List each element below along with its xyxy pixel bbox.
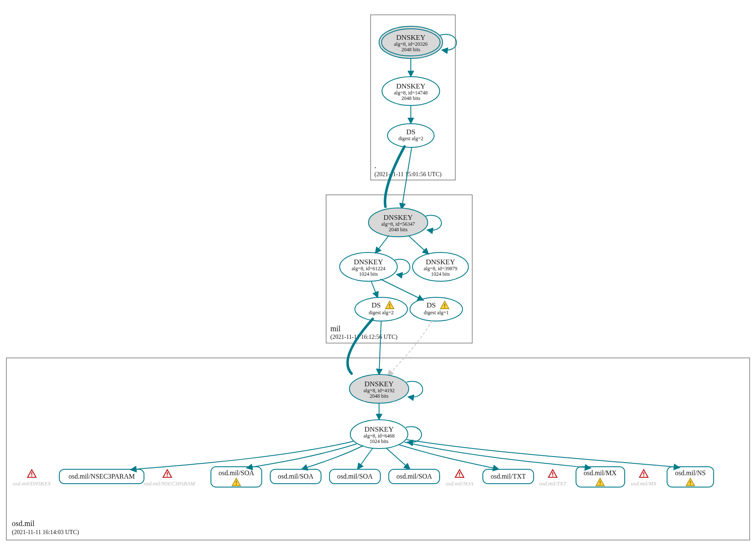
rr-mx: osd.mil/MX [576, 467, 625, 487]
ghost-txt: osd.mil/TXT [539, 470, 567, 487]
edge-rr-soa2 [302, 446, 363, 469]
ghost-nsec3param: osd.mil/NSEC3PARAM [144, 470, 196, 487]
zone-osd-name: osd.mil [12, 519, 35, 528]
svg-text:osd.mil/SOA: osd.mil/SOA [219, 469, 254, 476]
node-mil-ds-r: DS digest alg=1 [410, 297, 462, 321]
node-mil-ksk: DNSKEY alg=8, id=56347 2048 bits [368, 208, 428, 237]
svg-text:1024 bits: 1024 bits [431, 271, 450, 277]
svg-text:digest alg=2: digest alg=2 [368, 310, 393, 316]
svg-text:alg=8, id=20326: alg=8, id=20326 [394, 41, 428, 47]
edge-mil-ksk-zskR [408, 235, 429, 254]
ghost-soa: osd.mil/SOA [446, 470, 473, 487]
node-root-ksk: DNSKEY alg=8, id=20326 2048 bits [379, 26, 443, 58]
rr-soa-4: osd.mil/SOA [389, 469, 440, 484]
edge-mil-ksk-zskL [375, 235, 389, 253]
node-osd-ksk: DNSKEY alg=8, id=4192 2048 bits [349, 374, 409, 403]
node-root-zsk: DNSKEY alg=8, id=14748 2048 bits [382, 77, 440, 105]
svg-text:DNSKEY: DNSKEY [426, 258, 455, 266]
svg-text:alg=8, id=61224: alg=8, id=61224 [352, 266, 385, 271]
edge-rr-soa3 [357, 448, 373, 469]
zone-root-name: . [374, 161, 377, 170]
svg-text:DS: DS [426, 301, 436, 309]
svg-text:osd.mil/MX: osd.mil/MX [631, 480, 657, 487]
edge-root-ds-mil [402, 147, 412, 209]
svg-text:osd.mil/NSEC3PARAM: osd.mil/NSEC3PARAM [144, 480, 196, 487]
svg-text:osd.mil/DNSKEY: osd.mil/DNSKEY [13, 480, 52, 487]
svg-text:DS: DS [406, 128, 415, 136]
svg-text:2048 bits: 2048 bits [389, 227, 408, 233]
edge-mil-zskL-dsR [380, 279, 424, 300]
edge-mildsL-osd [379, 321, 381, 375]
zone-osd-time: (2021-11-11 16:14:03 UTC) [12, 529, 79, 536]
svg-text:DS: DS [371, 301, 381, 309]
node-root-ds: DS digest alg=2 [388, 124, 434, 147]
rr-ns: osd.mil/NS [667, 467, 714, 487]
node-mil-zsk-l: DNSKEY alg=8, id=61224 1024 bits [340, 252, 397, 281]
edge-rr-mx [404, 442, 591, 468]
svg-text:alg=8, id=14748: alg=8, id=14748 [394, 90, 428, 96]
svg-text:2048 bits: 2048 bits [402, 47, 421, 53]
svg-text:digest alg=1: digest alg=1 [424, 310, 449, 316]
svg-text:DNSKEY: DNSKEY [365, 425, 394, 433]
ghost-mx: osd.mil/MX [631, 470, 657, 487]
svg-text:digest alg=2: digest alg=2 [398, 136, 423, 141]
node-osd-zsk: DNSKEY alg=8, id=6468 1024 bits [350, 420, 408, 449]
rr-soa-1: osd.mil/SOA [211, 467, 262, 487]
svg-text:osd.mil/SOA: osd.mil/SOA [278, 473, 313, 480]
edge-rr-nsec3p [130, 441, 353, 470]
svg-text:2048 bits: 2048 bits [370, 393, 389, 399]
svg-text:osd.mil/SOA: osd.mil/SOA [337, 473, 373, 480]
zone-mil-time: (2021-11-11 16:12:56 UTC) [330, 334, 398, 341]
zone-mil-name: mil [330, 324, 341, 333]
node-mil-ds-l: DS digest alg=2 [355, 297, 407, 321]
node-mil-zsk-r: DNSKEY alg=8, id=39879 1024 bits [413, 252, 468, 281]
svg-text:osd.mil/TXT: osd.mil/TXT [490, 473, 526, 480]
svg-text:osd.mil/SOA: osd.mil/SOA [396, 473, 432, 480]
edge-mil-zskL-dsL [371, 281, 378, 298]
edge-rr-soa4 [386, 448, 410, 469]
svg-text:DNSKEY: DNSKEY [384, 213, 413, 222]
svg-text:1024 bits: 1024 bits [370, 438, 389, 444]
svg-text:alg=8, id=56347: alg=8, id=56347 [381, 221, 415, 227]
svg-point-31 [410, 297, 462, 321]
svg-text:DNSKEY: DNSKEY [365, 380, 394, 388]
svg-text:osd.mil/MX: osd.mil/MX [584, 469, 617, 476]
svg-text:alg=8, id=4192: alg=8, id=4192 [363, 388, 395, 393]
edge-rr-txt [399, 445, 499, 469]
svg-text:DNSKEY: DNSKEY [396, 33, 426, 42]
svg-text:DNSKEY: DNSKEY [396, 82, 426, 90]
rr-soa-3: osd.mil/SOA [330, 469, 380, 484]
svg-text:1024 bits: 1024 bits [359, 271, 378, 277]
svg-text:alg=8, id=6468: alg=8, id=6468 [363, 433, 395, 439]
svg-text:osd.mil/NSEC3PARAM: osd.mil/NSEC3PARAM [69, 473, 135, 480]
rr-soa-2: osd.mil/SOA [270, 469, 321, 484]
edge-mildsR-osd-dashed [388, 321, 432, 376]
ghost-dnskey: osd.mil/DNSKEY [13, 470, 52, 487]
svg-text:osd.mil/SOA: osd.mil/SOA [446, 480, 473, 487]
rr-txt: osd.mil/TXT [483, 469, 534, 484]
svg-text:2048 bits: 2048 bits [402, 95, 421, 101]
svg-text:DNSKEY: DNSKEY [354, 258, 383, 266]
svg-point-28 [355, 297, 407, 321]
svg-text:alg=8, id=39879: alg=8, id=39879 [424, 266, 457, 271]
svg-text:osd.mil/TXT: osd.mil/TXT [539, 480, 567, 487]
edge-milds-osd-thick [348, 319, 373, 374]
rr-nsec3param: osd.mil/NSEC3PARAM [59, 469, 144, 484]
svg-text:osd.mil/NS: osd.mil/NS [675, 469, 706, 476]
